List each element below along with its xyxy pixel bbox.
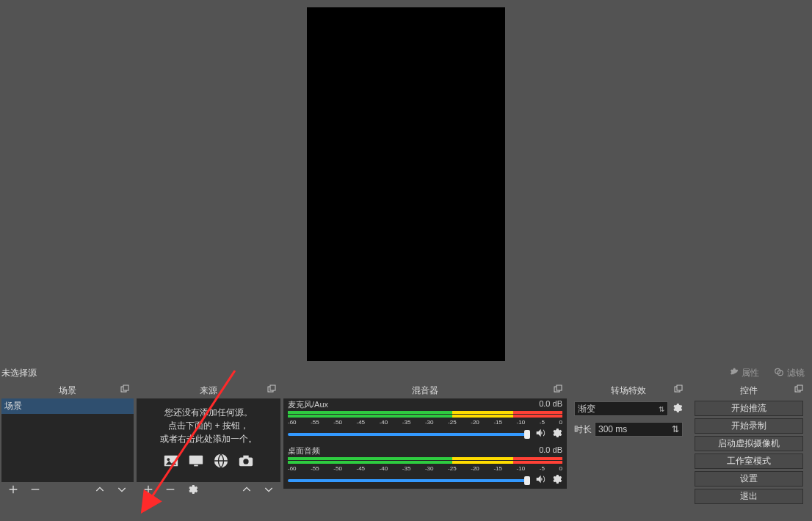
sources-list[interactable]: 您还没有添加任何源。 点击下面的 + 按钮， 或者右击此处添加一个。 [137, 398, 280, 482]
sources-empty-message: 您还没有添加任何源。 点击下面的 + 按钮， 或者右击此处添加一个。 [137, 398, 280, 448]
scenes-footer [1, 482, 134, 500]
move-up-button[interactable] [94, 484, 106, 498]
move-up-button[interactable] [241, 484, 253, 498]
transition-select[interactable]: 渐变 ⇅ [574, 401, 668, 416]
duration-label: 时长 [574, 423, 592, 436]
sources-header: 来源 [137, 382, 280, 398]
exit-button[interactable]: 退出 [695, 489, 803, 504]
settings-button[interactable]: 设置 [695, 471, 803, 487]
filters-button[interactable]: 滤镜 [766, 363, 812, 382]
properties-button[interactable]: 属性 [721, 363, 766, 382]
globe-icon [212, 453, 230, 472]
scenes-panel: 场景 场景 [1, 382, 134, 500]
svg-rect-15 [557, 385, 562, 390]
start-virtualcam-button[interactable]: 启动虚拟摄像机 [695, 436, 803, 451]
add-scene-button[interactable] [7, 484, 19, 498]
mixer-track-mic: 麦克风/Aux 0.0 dB -60-55-50-45-40-35-30-25-… [283, 398, 567, 442]
source-type-icons [137, 453, 280, 472]
remove-source-button[interactable] [164, 484, 176, 498]
gear-icon [728, 367, 739, 379]
mixer-header: 混音器 [283, 382, 567, 398]
desktop-volume-slider[interactable] [288, 479, 530, 482]
desktop-ticks: -60-55-50-45-40-35-30-25-20-15-10-50 [288, 465, 562, 472]
speaker-icon[interactable] [534, 427, 546, 442]
speaker-icon[interactable] [534, 473, 546, 488]
mic-volume-slider[interactable] [288, 433, 530, 436]
svg-rect-19 [797, 385, 802, 390]
svg-rect-12 [243, 456, 248, 459]
filters-icon [774, 367, 784, 379]
popout-icon[interactable] [674, 385, 683, 396]
desktop-meter [288, 457, 562, 464]
gear-icon[interactable] [551, 473, 562, 488]
mic-meter [288, 411, 562, 418]
dock: 场景 场景 来源 您还没有添加任何源。 点击下面的 + 按钮， 或者右击此处添加… [0, 382, 812, 507]
move-down-button[interactable] [263, 484, 275, 498]
mic-label: 麦克风/Aux [288, 399, 328, 410]
remove-scene-button[interactable] [29, 484, 41, 498]
desktop-audio-label: 桌面音频 [288, 445, 320, 456]
svg-rect-5 [270, 385, 275, 390]
duration-input[interactable]: 300 ms ⇅ [595, 422, 683, 437]
controls-panel: 控件 开始推流 开始录制 启动虚拟摄像机 工作室模式 设置 退出 [690, 382, 808, 507]
add-source-button[interactable] [142, 484, 154, 498]
source-toolbar: 未选择源 属性 滤镜 [0, 363, 812, 382]
desktop-level: 0.0 dB [539, 445, 562, 456]
sources-panel: 来源 您还没有添加任何源。 点击下面的 + 按钮， 或者右击此处添加一个。 [137, 382, 280, 500]
mixer-panel: 混音器 麦克风/Aux 0.0 dB -60-55-50-45-40-35-30… [283, 382, 567, 489]
svg-rect-8 [189, 456, 203, 464]
gear-icon[interactable] [551, 427, 562, 442]
camera-icon [237, 453, 255, 472]
popout-icon[interactable] [120, 385, 129, 396]
studio-mode-button[interactable]: 工作室模式 [695, 453, 803, 469]
svg-point-13 [243, 459, 248, 464]
start-streaming-button[interactable]: 开始推流 [695, 401, 803, 416]
scenes-header: 场景 [1, 382, 134, 398]
scene-item[interactable]: 场景 [1, 398, 134, 414]
display-icon [187, 453, 205, 472]
move-down-button[interactable] [116, 484, 128, 498]
svg-rect-17 [677, 385, 682, 390]
mixer-track-desktop: 桌面音频 0.0 dB -60-55-50-45-40-35-30-25-20-… [283, 445, 567, 488]
popout-icon[interactable] [794, 385, 803, 396]
updown-icon: ⇅ [672, 424, 679, 434]
image-icon [162, 453, 180, 472]
transitions-header: 转场特效 [570, 382, 687, 398]
sources-footer [137, 482, 280, 500]
scenes-list[interactable]: 场景 [1, 398, 134, 482]
source-properties-button[interactable] [186, 484, 198, 498]
mic-ticks: -60-55-50-45-40-35-30-25-20-15-10-50 [288, 419, 562, 426]
mic-level: 0.0 dB [539, 399, 562, 410]
transitions-panel: 转场特效 渐变 ⇅ 时长 300 ms ⇅ [570, 382, 687, 440]
controls-header: 控件 [690, 382, 808, 398]
svg-rect-9 [194, 465, 198, 467]
no-source-label: 未选择源 [0, 367, 191, 379]
updown-icon: ⇅ [659, 405, 664, 413]
popout-icon[interactable] [554, 385, 562, 396]
svg-rect-3 [123, 385, 128, 390]
preview-area [0, 0, 812, 363]
popout-icon[interactable] [267, 385, 276, 396]
start-recording-button[interactable]: 开始录制 [695, 418, 803, 434]
gear-icon[interactable] [671, 402, 683, 416]
mixer-body: 麦克风/Aux 0.0 dB -60-55-50-45-40-35-30-25-… [283, 398, 567, 489]
preview-canvas[interactable] [307, 7, 505, 361]
svg-point-7 [167, 458, 170, 461]
